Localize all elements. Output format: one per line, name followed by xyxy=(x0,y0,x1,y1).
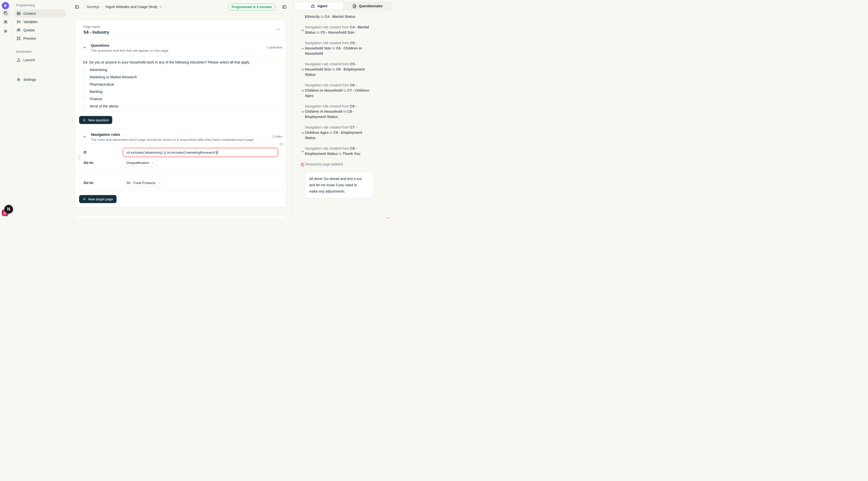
chevron-right-icon: › xyxy=(102,5,103,9)
status-badge: Programmed in 4 minutes xyxy=(228,3,275,10)
checkbox[interactable] xyxy=(83,82,87,86)
right-tabs-wrap: AgentQuestionnaire xyxy=(292,0,394,12)
tab-questionnaire[interactable]: Questionnaire xyxy=(343,2,392,10)
right-panel: AgentQuestionnaire Ethnicity to C4 - Mar… xyxy=(292,0,394,218)
arrow-right-icon xyxy=(300,40,305,56)
question-card: S4. Do you or anyone in your household w… xyxy=(79,57,282,112)
panel-right-toggle-icon[interactable] xyxy=(281,4,287,10)
questions-title: Questions xyxy=(91,43,168,47)
arrow-right-icon xyxy=(300,62,305,77)
sidebar-item-settings[interactable]: Settings xyxy=(14,75,66,84)
panel-left-toggle-icon[interactable] xyxy=(74,4,80,10)
option-label: Advertising xyxy=(90,68,107,72)
rules-count: 2 rules xyxy=(272,132,282,138)
page-card: Page name: S4 - Industry xyxy=(75,20,286,207)
tab-label: Agent xyxy=(317,4,327,8)
new-question-button[interactable]: New question xyxy=(79,116,112,124)
sidebar-item-label: Quotas xyxy=(23,28,35,32)
checkbox[interactable] xyxy=(83,90,87,93)
sidebar-item-quotas[interactable]: Quotas xyxy=(14,26,66,34)
app-root: ProgrammingContentVariablesQuotasPreview… xyxy=(0,0,394,218)
drag-handle-icon[interactable] xyxy=(78,154,81,160)
sidebar-item-variables[interactable]: Variables xyxy=(14,18,66,26)
main-scroll: Page name: S4 - Industry xyxy=(69,14,292,218)
option-label: Banking xyxy=(90,90,102,94)
agent-chat-bubble: All done! Go ahead and test it out,and l… xyxy=(305,172,373,198)
log-item: Navigation rule created from C5 - Househ… xyxy=(300,62,390,77)
goto-label: Go to: xyxy=(84,181,123,185)
checkbox-option[interactable]: Banking xyxy=(83,88,279,95)
gear-icon xyxy=(3,29,7,33)
question-count: 1 question xyxy=(267,43,282,49)
log-lead-spacer xyxy=(300,14,305,19)
checkbox[interactable] xyxy=(83,68,87,71)
sidebar-section: ProgrammingContentVariablesQuotasPreview xyxy=(14,2,66,42)
checkbox[interactable] xyxy=(83,75,87,79)
ellipsis-menu-icon[interactable] xyxy=(275,26,282,34)
dev-badge-n[interactable]: N xyxy=(4,205,13,214)
arrow-right-icon xyxy=(300,125,305,140)
checkbox-option[interactable]: Advertising xyxy=(83,66,279,73)
sidebar-item-launch[interactable]: Launch xyxy=(14,56,66,64)
log-text: Navigation rule created from C5 - Househ… xyxy=(305,62,370,77)
preview-icon xyxy=(17,36,21,40)
breadcrumb: Surveys › Yogurt Attitudes and Usage Stu… xyxy=(87,5,162,9)
sidebar-item-content[interactable]: Content xyxy=(14,9,66,18)
navigation-rules-title: Navigation rules xyxy=(91,132,253,136)
sidebar-item-label: Preview xyxy=(23,36,36,40)
checkbox-option[interactable]: Finance xyxy=(83,95,279,102)
option-label: Pharmaceutical xyxy=(90,82,114,86)
chevron-down-icon[interactable] xyxy=(83,135,86,139)
log-item: Navigation rule created from C5 - Househ… xyxy=(300,40,390,56)
condition-input[interactable]: s4.includes('advertising') || s4.include… xyxy=(123,148,278,157)
log-text: Navigation rule created from C7 - Childr… xyxy=(305,125,370,140)
rail-settings-button[interactable] xyxy=(2,27,9,35)
sidebar-section-label: Distribution xyxy=(14,49,66,56)
rail-users-button[interactable] xyxy=(2,18,9,26)
sidebar-item-preview[interactable]: Preview xyxy=(14,34,66,42)
log-item: Temporary page deleted xyxy=(300,162,390,167)
log-text: Navigation rule created from C8 - Employ… xyxy=(305,146,370,156)
robot-icon xyxy=(311,4,315,8)
question-text: S4. Do you or anyone in your household w… xyxy=(83,60,279,65)
notepad-icon xyxy=(300,162,305,167)
sidebar-item-label: Launch xyxy=(23,58,35,62)
log-text: Navigation rule created from C6 - Childr… xyxy=(305,83,370,98)
sidebar-section: DistributionLaunch xyxy=(14,49,66,64)
arrow-right-icon xyxy=(300,146,305,156)
company-logo xyxy=(2,2,9,9)
rail-pages-button[interactable] xyxy=(2,9,9,17)
text-caret xyxy=(217,150,217,154)
goto-dropdown[interactable]: Disqualification xyxy=(123,159,158,167)
navigation-rules-section: Navigation rules The rules that determin… xyxy=(75,128,286,207)
chat-composer xyxy=(292,215,394,218)
goto-dropdown[interactable]: S5 - Food Products xyxy=(123,179,164,187)
document-icon xyxy=(352,4,356,8)
new-target-page-button[interactable]: New target page xyxy=(79,195,117,203)
close-icon[interactable] xyxy=(279,141,284,147)
checkbox[interactable] xyxy=(83,97,87,101)
agent-log: Ethnicity to C4 - Marital StatusNavigati… xyxy=(292,12,394,215)
users-icon xyxy=(3,20,7,24)
log-item: Navigation rule created from C6 - Childr… xyxy=(300,104,390,120)
tab-agent[interactable]: Agent xyxy=(294,2,344,10)
checkbox-option[interactable]: Pharmaceutical xyxy=(83,81,279,88)
breadcrumb-surveys[interactable]: Surveys xyxy=(87,5,99,9)
chat-input[interactable] xyxy=(295,218,381,218)
checkbox-option[interactable]: None of the above xyxy=(83,102,279,110)
rows-icon xyxy=(17,11,21,15)
send-button[interactable] xyxy=(384,218,392,218)
pages-icon xyxy=(3,11,7,15)
checkbox-option[interactable]: Marketing or Market Research xyxy=(83,73,279,81)
option-label: Marketing or Market Research xyxy=(90,75,137,79)
chevron-down-icon[interactable] xyxy=(83,46,86,50)
plus-icon xyxy=(83,119,86,122)
checkbox[interactable] xyxy=(83,104,87,108)
survey-title-dropdown[interactable]: Yogurt Attitudes and Usage Study xyxy=(105,5,162,9)
log-item: Navigation rule created from C8 - Employ… xyxy=(300,146,390,156)
arrow-right-icon xyxy=(300,83,305,98)
navigation-rule-card: Go to: S5 - Food Products xyxy=(79,175,282,191)
log-text: Navigation rule created from C4 - Marita… xyxy=(305,25,370,35)
navigation-rule-card: If: s4.includes('advertising') || s4.inc… xyxy=(79,143,282,170)
log-item: Navigation rule created from C7 - Childr… xyxy=(300,125,390,140)
